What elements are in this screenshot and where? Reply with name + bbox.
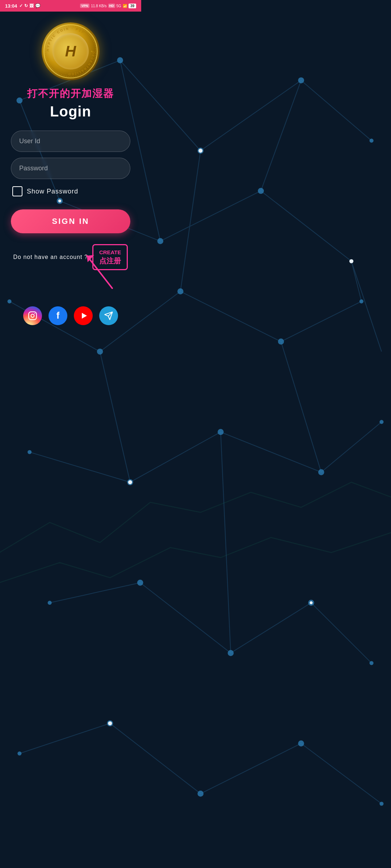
facebook-button[interactable]: f [49, 306, 67, 325]
network1: 5G [117, 4, 121, 8]
check-icon: ✓ [19, 3, 23, 8]
hd-badge: HD [108, 4, 115, 8]
svg-line-73 [87, 256, 112, 288]
password-input[interactable] [11, 158, 130, 179]
refresh-icon: ↻ [24, 3, 28, 8]
login-form: Show Password SIGN IN [11, 131, 130, 233]
photo-icon: 🖼 [29, 3, 34, 8]
no-account-text: Do not have an account ? [13, 254, 88, 260]
coin-inner: H [52, 33, 89, 69]
instagram-button[interactable] [23, 306, 42, 325]
youtube-button[interactable] [74, 306, 93, 325]
social-icons-row: f [23, 306, 118, 325]
show-password-row: Show Password [12, 186, 130, 196]
status-bar: 13:04 ✓ ↻ 🖼 💬 VPN 11.8 KB/s HD 5G 📶 39 [0, 0, 141, 12]
status-time: 13:04 [5, 3, 17, 9]
speed-text: 11.8 KB/s [91, 4, 106, 8]
arrow-svg [80, 248, 123, 295]
vpn-badge: VPN [80, 4, 90, 8]
wifi-icon: 📶 [123, 4, 127, 8]
main-content: H HYPTIC COIN · P2P · DECENTRALIZED · ✦ … [0, 12, 141, 340]
show-password-checkbox[interactable] [12, 186, 22, 196]
svg-text:✦: ✦ [91, 50, 93, 53]
svg-rect-75 [29, 312, 37, 320]
userid-input[interactable] [11, 131, 130, 152]
signin-button[interactable]: SIGN IN [11, 209, 130, 233]
battery-indicator: 39 [129, 4, 136, 8]
svg-marker-78 [82, 313, 87, 319]
coin-letter: H [65, 43, 76, 60]
coin-logo: H HYPTIC COIN · P2P · DECENTRALIZED · ✦ … [42, 22, 100, 80]
svg-point-76 [31, 314, 34, 317]
svg-point-77 [34, 313, 35, 314]
arrow-container [11, 270, 130, 299]
telegram-button[interactable] [99, 306, 118, 325]
message-icon: 💬 [35, 3, 41, 8]
svg-text:✦: ✦ [47, 50, 50, 53]
show-password-label: Show Password [27, 188, 78, 195]
login-title: Login [50, 103, 91, 120]
coin-logo-container: H HYPTIC COIN · P2P · DECENTRALIZED · ✦ … [42, 22, 100, 80]
app-subtitle: 打不开的开加湿器 [27, 87, 114, 101]
